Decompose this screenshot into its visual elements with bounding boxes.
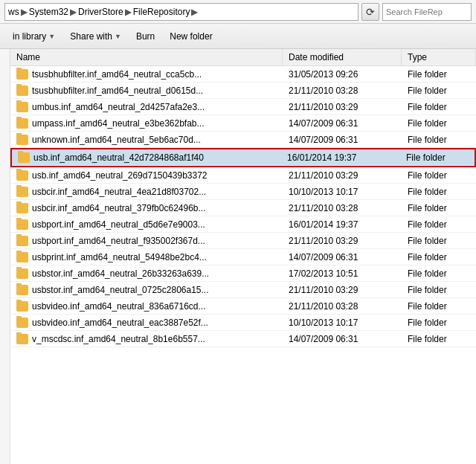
share-dropdown-icon: ▼: [115, 33, 121, 40]
burn-button[interactable]: Burn: [129, 28, 161, 45]
file-name-text: umpass.inf_amd64_neutral_e3be362bfab...: [32, 118, 205, 129]
new-folder-button[interactable]: New folder: [163, 28, 219, 45]
file-name-cell: usbport.inf_amd64_neutral_f935002f367d..…: [10, 234, 283, 248]
col-header-name[interactable]: Name: [10, 49, 283, 65]
table-row[interactable]: usbstor.inf_amd64_neutral_26b33263a639..…: [10, 265, 476, 282]
left-panel: [0, 49, 10, 464]
file-date-cell: 21/11/2010 03:29: [283, 100, 402, 114]
breadcrumb-filerepository[interactable]: FileRepository: [133, 7, 190, 17]
file-list[interactable]: Name Date modified Type tsusbhubfilter.i…: [10, 49, 476, 464]
col-header-date[interactable]: Date modified: [283, 49, 402, 65]
file-date-cell: 14/07/2009 06:31: [283, 332, 402, 346]
folder-icon: [16, 334, 28, 344]
library-label: in library: [13, 31, 46, 42]
folder-icon: [16, 118, 28, 129]
table-row[interactable]: umbus.inf_amd64_neutral_2d4257afa2e3...2…: [10, 99, 476, 115]
file-date-cell: 21/11/2010 03:29: [283, 234, 402, 248]
file-date-cell: 16/01/2014 19:37: [281, 151, 400, 164]
table-row[interactable]: umpass.inf_amd64_neutral_e3be362bfab...1…: [10, 115, 476, 132]
file-type-cell: File folder: [402, 100, 476, 114]
file-date-cell: 21/11/2010 03:29: [283, 169, 402, 182]
file-type-cell: File folder: [402, 283, 476, 297]
file-date-cell: 17/02/2013 10:51: [283, 267, 402, 280]
file-date-cell: 31/05/2013 09:26: [283, 68, 402, 81]
table-row[interactable]: usbstor.inf_amd64_neutral_0725c2806a15..…: [10, 282, 476, 298]
file-name-text: usbprint.inf_amd64_neutral_54948be2bc4..…: [32, 252, 207, 262]
search-input[interactable]: [382, 3, 472, 21]
file-type-cell: File folder: [402, 316, 476, 329]
table-row[interactable]: usbcir.inf_amd64_neutral_4ea21d8f03702..…: [10, 184, 476, 200]
file-date-cell: 10/10/2013 10:17: [283, 185, 402, 199]
table-row[interactable]: usbcir.inf_amd64_neutral_379fb0c62496b..…: [10, 200, 476, 216]
file-name-text: usbstor.inf_amd64_neutral_26b33263a639..…: [32, 268, 209, 279]
table-row[interactable]: usb.inf_amd64_neutral_42d7284868af1f4016…: [12, 149, 475, 166]
file-name-cell: usbport.inf_amd64_neutral_d5d6e7e9003...: [10, 218, 283, 231]
table-row[interactable]: usbvideo.inf_amd64_neutral_836a6716cd...…: [10, 298, 476, 315]
file-date-cell: 14/07/2009 06:31: [283, 133, 402, 146]
file-name-cell: unknown.inf_amd64_neutral_5eb6ac70d...: [10, 133, 283, 146]
breadcrumb-ws[interactable]: ws: [8, 7, 19, 17]
file-name-cell: usb.inf_amd64_neutral_42d7284868af1f40: [12, 151, 281, 164]
file-date-cell: 21/11/2010 03:28: [283, 202, 402, 215]
file-name-text: tsusbhubfilter.inf_amd64_neutral_cca5cb.…: [32, 69, 202, 80]
file-name-cell: tsusbhubfilter.inf_amd64_neutral_cca5cb.…: [10, 68, 283, 81]
breadcrumb-driverstore[interactable]: DriverStore: [78, 7, 123, 17]
library-dropdown-icon: ▼: [48, 33, 55, 40]
folder-icon: [16, 135, 28, 145]
table-row[interactable]: usbport.inf_amd64_neutral_f935002f367d..…: [10, 233, 476, 249]
table-row[interactable]: usbvideo.inf_amd64_neutral_eac3887e52f..…: [10, 315, 476, 331]
folder-icon: [16, 203, 28, 213]
folder-icon: [16, 219, 28, 230]
file-name-cell: usbvideo.inf_amd64_neutral_eac3887e52f..…: [10, 316, 283, 329]
file-name-cell: usbstor.inf_amd64_neutral_0725c2806a15..…: [10, 283, 283, 297]
table-row[interactable]: v_mscdsc.inf_amd64_neutral_8b1e6b557...1…: [10, 331, 476, 347]
file-name-text: usbport.inf_amd64_neutral_d5d6e7e9003...: [32, 219, 205, 230]
table-row[interactable]: usb.inf_amd64_neutral_269d7150439b337221…: [10, 167, 476, 184]
file-type-cell: File folder: [402, 133, 476, 146]
file-type-cell: File folder: [402, 68, 476, 81]
folder-icon: [16, 268, 28, 279]
file-name-text: usb.inf_amd64_neutral_42d7284868af1f40: [33, 152, 204, 163]
file-type-cell: File folder: [402, 332, 476, 346]
file-type-cell: File folder: [402, 202, 476, 215]
file-type-cell: File folder: [402, 218, 476, 231]
file-date-cell: 14/07/2009 06:31: [283, 117, 402, 130]
folder-icon: [16, 252, 28, 262]
refresh-button[interactable]: ⟳: [361, 3, 379, 21]
file-name-cell: usb.inf_amd64_neutral_269d7150439b3372: [10, 169, 283, 182]
folder-icon: [16, 285, 28, 295]
burn-label: Burn: [136, 31, 155, 42]
file-date-cell: 21/11/2010 03:28: [283, 300, 402, 313]
file-type-cell: File folder: [402, 251, 476, 264]
file-name-text: usbport.inf_amd64_neutral_f935002f367d..…: [32, 236, 205, 246]
folder-icon: [18, 152, 30, 163]
address-bar: ws ▶ System32 ▶ DriverStore ▶ FileReposi…: [0, 0, 476, 24]
file-name-cell: usbvideo.inf_amd64_neutral_836a6716cd...: [10, 300, 283, 313]
table-row[interactable]: usbprint.inf_amd64_neutral_54948be2bc4..…: [10, 249, 476, 265]
file-name-cell: usbcir.inf_amd64_neutral_4ea21d8f03702..…: [10, 185, 283, 199]
file-date-cell: 21/11/2010 03:29: [283, 283, 402, 297]
folder-icon: [16, 187, 28, 197]
col-header-type[interactable]: Type: [402, 49, 476, 65]
table-row[interactable]: tsusbhubfilter.inf_amd64_neutral_d0615d.…: [10, 83, 476, 99]
file-date-cell: 16/01/2014 19:37: [283, 218, 402, 231]
breadcrumb-system32[interactable]: System32: [29, 7, 68, 17]
file-type-cell: File folder: [402, 267, 476, 280]
file-type-cell: File folder: [402, 234, 476, 248]
table-row[interactable]: unknown.inf_amd64_neutral_5eb6ac70d...14…: [10, 132, 476, 148]
table-row[interactable]: usbport.inf_amd64_neutral_d5d6e7e9003...…: [10, 216, 476, 233]
file-name-cell: v_mscdsc.inf_amd64_neutral_8b1e6b557...: [10, 332, 283, 346]
folder-icon: [16, 69, 28, 80]
file-name-cell: umpass.inf_amd64_neutral_e3be362bfab...: [10, 117, 283, 130]
folder-icon: [16, 86, 28, 96]
file-name-text: usbvideo.inf_amd64_neutral_eac3887e52f..…: [32, 318, 208, 328]
toolbar: in library ▼ Share with ▼ Burn New folde…: [0, 24, 476, 49]
breadcrumb[interactable]: ws ▶ System32 ▶ DriverStore ▶ FileReposi…: [4, 3, 358, 21]
file-name-cell: usbprint.inf_amd64_neutral_54948be2bc4..…: [10, 251, 283, 264]
file-name-text: umbus.inf_amd64_neutral_2d4257afa2e3...: [32, 102, 205, 112]
table-row[interactable]: tsusbhubfilter.inf_amd64_neutral_cca5cb.…: [10, 66, 476, 83]
share-with-button[interactable]: Share with ▼: [63, 28, 128, 45]
folder-icon: [16, 236, 28, 246]
library-button[interactable]: in library ▼: [6, 28, 62, 45]
file-name-text: usbcir.inf_amd64_neutral_4ea21d8f03702..…: [32, 187, 206, 197]
